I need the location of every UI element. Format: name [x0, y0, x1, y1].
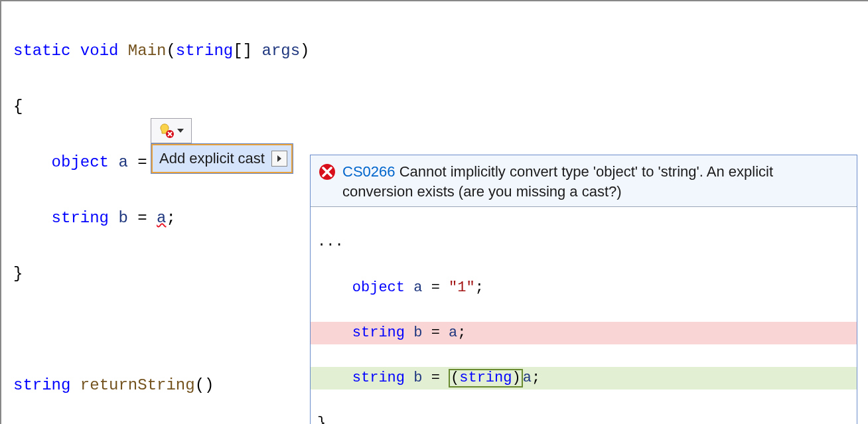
error-code: CS0266 [342, 163, 396, 180]
lightbulb-button[interactable] [151, 118, 192, 143]
diff-context-line: ... [311, 231, 857, 253]
diff-context-line: object a = "1"; [311, 277, 857, 299]
code-fix-preview-panel: CS0266 Cannot implicitly convert type 'o… [310, 155, 857, 424]
error-message: CS0266 Cannot implicitly convert type 'o… [342, 162, 849, 201]
preview-header: CS0266 Cannot implicitly convert type 'o… [311, 155, 857, 206]
action-item-label: Add explicit cast [159, 150, 265, 167]
diff-added-line: string b = (string)a; [311, 367, 857, 389]
quick-actions-menu: Add explicit cast [151, 143, 293, 174]
code-line: { [13, 93, 868, 121]
submenu-arrow-icon[interactable] [271, 151, 287, 167]
lightbulb-error-icon [159, 123, 175, 139]
preview-code-diff: ... object a = "1"; string b = a; string… [311, 207, 857, 424]
diff-context-line: } [311, 412, 857, 424]
inserted-cast-highlight: (string) [449, 369, 523, 388]
diff-removed-line: string b = a; [311, 322, 857, 344]
action-add-explicit-cast[interactable]: Add explicit cast [151, 144, 293, 173]
chevron-down-icon [177, 129, 184, 133]
error-squiggle[interactable]: a [157, 209, 166, 227]
error-icon [319, 163, 336, 180]
code-line: static void Main(string[] args) [13, 37, 868, 65]
